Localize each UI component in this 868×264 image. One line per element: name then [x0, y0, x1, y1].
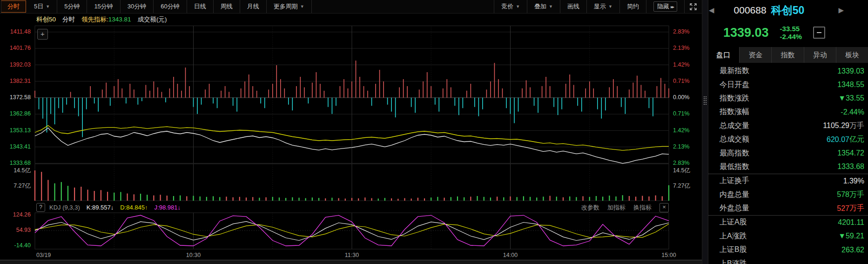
fullscreen-icon[interactable]	[685, 0, 702, 13]
quote-row: 总成交额620.07亿元	[707, 133, 868, 146]
tool-竞价[interactable]: 竞价▼	[494, 0, 527, 13]
help-icon[interactable]: ?	[36, 203, 45, 212]
row-label: 总成交额	[720, 135, 749, 144]
period-tab-分时[interactable]: 分时	[1, 0, 26, 13]
row-label: 内盘总量	[720, 190, 749, 200]
period-tab-月线[interactable]: 月线	[240, 0, 267, 13]
stock-code: 000688	[734, 5, 767, 16]
price-axis-label: 1343.41	[10, 143, 31, 150]
chart-period-label: 分时	[62, 15, 75, 24]
period-tab-5日[interactable]: 5日▼	[27, 0, 57, 13]
row-value: 527	[837, 204, 849, 213]
prev-stock-icon[interactable]: ◀	[709, 6, 714, 14]
kdj-title: KDJ (9,3,3)	[49, 204, 80, 211]
percent-axis-label: 0.00%	[673, 94, 689, 101]
double-arrow-icon: ▸▸	[671, 4, 673, 9]
chart-title-row: 科创50 分时 领先指标:1343.81 成交额(元)	[36, 14, 167, 25]
collapse-quote-icon[interactable]	[813, 27, 825, 39]
volume-axis-label: 7.27亿	[673, 183, 690, 189]
period-tabs-group: 分时5日▼5分钟15分钟30分钟60分钟日线周线月线更多周期▼	[0, 0, 312, 13]
quote-rows: 最新指数1339.03今日开盘1348.55指数涨跌▼33.55指数涨幅-2.4…	[707, 64, 868, 264]
tab-资金[interactable]: 资金	[739, 47, 771, 63]
row-label: 外盘总量	[720, 203, 749, 213]
quote-row: 最低指数1333.68	[707, 160, 868, 174]
tab-板块[interactable]: 板块	[836, 47, 868, 63]
time-axis-label: 11:30	[345, 252, 359, 258]
add-indicator-button[interactable]: 加指标	[607, 203, 626, 212]
chevron-down-icon: ▼	[300, 4, 304, 9]
tab-盘口[interactable]: 盘口	[707, 47, 739, 63]
row-label: 总成交量	[720, 121, 749, 131]
row-label: 上证B股	[720, 245, 747, 255]
next-stock-icon[interactable]: ▶	[838, 6, 844, 14]
chevron-down-icon: ▼	[608, 4, 612, 9]
tab-指数[interactable]: 指数	[771, 47, 803, 63]
row-label: 最高指数	[720, 149, 749, 158]
close-indicator-icon[interactable]: ×	[659, 203, 669, 212]
splitter-grip-icon[interactable]	[704, 96, 705, 97]
period-tab-15分钟[interactable]: 15分钟	[87, 0, 120, 13]
price-axis-label: 1362.86	[10, 110, 31, 117]
row-value: 1339.03	[837, 67, 864, 75]
tool-显示[interactable]: 显示▼	[587, 0, 620, 13]
row-value: 1.39%	[843, 177, 864, 185]
quote-row: 指数涨跌▼33.55	[707, 92, 868, 105]
last-price: 1339.03	[723, 26, 769, 40]
lead-indicator: 领先指标:1343.81	[81, 15, 131, 24]
price-axis-label: 1392.03	[10, 61, 31, 68]
price-row: 1339.03 -33.55 -2.44%	[707, 20, 868, 45]
quote-row: 上A涨跌▼59.21	[707, 230, 868, 243]
quote-row: 上B涨跌	[707, 257, 868, 264]
volume-axis-label: 14.5亿	[673, 167, 690, 174]
row-label: 今日开盘	[720, 80, 749, 90]
percent-axis-label: 2.83%	[673, 28, 689, 35]
period-tab-周线[interactable]: 周线	[214, 0, 240, 13]
tool-画线[interactable]: 画线	[560, 0, 587, 13]
period-tab-日线[interactable]: 日线	[187, 0, 214, 13]
kdj-d-value: D:84.845↑	[120, 204, 148, 211]
quote-row: 外盘总量527万手	[707, 202, 868, 215]
panel-splitter[interactable]	[702, 0, 708, 264]
row-label: 上证A股	[720, 217, 747, 227]
row-value: -2.44%	[841, 108, 864, 116]
price-axis-label: 1333.68	[10, 160, 31, 166]
kdj-axis-label: 124.26	[13, 211, 31, 218]
row-label: 上B涨跌	[720, 259, 747, 264]
row-label: 指数涨幅	[720, 107, 749, 117]
chevron-down-icon: ▼	[46, 4, 50, 9]
time-axis-label: 10:30	[186, 252, 201, 258]
chart-canvas[interactable]: 1411.481401.761392.031382.311372.581362.…	[0, 0, 702, 264]
price-axis-label: 1372.58	[10, 94, 31, 101]
row-unit: 万手	[849, 203, 864, 213]
quote-row: 上证A股4201.11	[707, 216, 868, 229]
row-value: 1348.55	[837, 81, 864, 89]
quote-row: 上证换手1.39%	[707, 174, 868, 188]
tool-叠加[interactable]: 叠加▼	[527, 0, 560, 13]
horizontal-scroll-strip[interactable]	[0, 260, 702, 264]
zoom-in-button[interactable]: +	[37, 29, 48, 40]
period-tab-60分钟[interactable]: 60分钟	[154, 0, 187, 13]
period-tab-30分钟[interactable]: 30分钟	[121, 0, 154, 13]
change-params-button[interactable]: 改参数	[581, 203, 599, 212]
kdj-axis-label: -14.40	[14, 242, 31, 249]
tool-隐藏[interactable]: 隐藏▸▸	[646, 0, 685, 13]
period-tab-5分钟[interactable]: 5分钟	[57, 0, 87, 13]
chart-tools-group: 竞价▼叠加▼画线显示▼简约隐藏▸▸	[494, 0, 685, 13]
row-label: 上A涨跌	[720, 231, 747, 241]
period-tab-更多周期[interactable]: 更多周期▼	[267, 0, 312, 13]
percent-axis-label: 0.71%	[673, 78, 689, 84]
price-change: -33.55 -2.44%	[780, 25, 802, 41]
amount-label: 成交额(元)	[138, 15, 167, 24]
kdj-k-value: K:89.557↓	[87, 204, 114, 211]
percent-axis-label: 2.13%	[673, 45, 689, 51]
percent-axis-label: 2.83%	[673, 160, 689, 166]
price-axis-label: 1353.13	[10, 127, 31, 134]
tool-简约[interactable]: 简约	[620, 0, 646, 13]
kdj-axis-label: 54.93	[16, 227, 31, 233]
row-unit: 万手	[849, 190, 864, 200]
row-value: 1354.72	[837, 149, 864, 157]
quote-row: 最新指数1339.03	[707, 64, 868, 78]
quote-row: 内盘总量578万手	[707, 188, 868, 202]
tab-异动[interactable]: 异动	[804, 47, 836, 63]
switch-indicator-button[interactable]: 换指标	[633, 203, 652, 212]
